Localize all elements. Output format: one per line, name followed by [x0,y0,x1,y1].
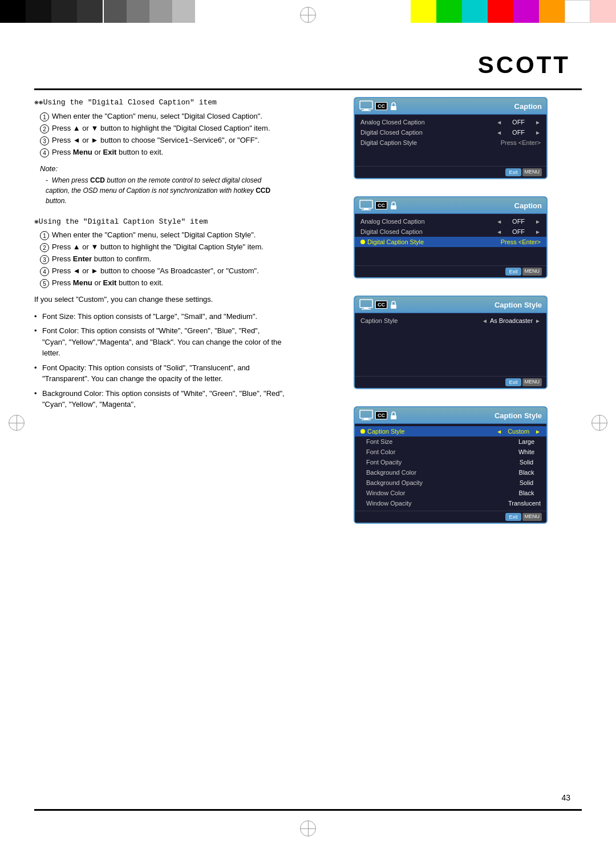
bullet-fontsize: Font Size: This option consists of "Larg… [34,311,285,322]
exit-button-3: Exit [505,378,521,386]
sub-window-opacity: Window Opacity Translucent [355,498,546,508]
row-style-1: Digital Caption Style Press <Enter> [355,138,546,148]
menu-label-1: MENU [522,168,542,176]
panel4-footer: Exit MENU [355,511,546,523]
step-num: 2 [40,243,49,252]
panel2-title: Caption [514,201,542,210]
svg-rect-1 [364,109,368,110]
bullet-fontopacity: Font Opacity: This option consists of "S… [34,362,285,385]
cc-badge-3: CC [375,301,387,309]
step2-5: 5 Press Menu or Exit button to exit. [40,278,285,288]
step-num: 4 [40,148,49,157]
panel2-footer: Exit MENU [355,265,546,277]
panel1-footer: Exit MENU [355,166,546,178]
sub-bg-color: Background Color Black [355,467,546,478]
ui-column: CC Caption Analog Closed Caption ◄ OFF ►… [337,97,582,533]
orange-swatch [539,0,565,23]
sub-font-opacity: Font Opacity Solid [355,457,546,467]
lock-icon-1 [390,102,398,110]
yellow-swatch [411,0,436,23]
note-body: - When press CCD button on the remote co… [46,175,285,206]
reg-mark-left [9,415,25,431]
bottom-rule [34,809,582,811]
step-num: 3 [40,136,49,145]
step2-3: 3 Press Enter button to confirm. [40,254,285,264]
tv-icon [359,100,373,112]
note-section: Note: - When press CCD button on the rem… [40,164,285,206]
svg-rect-10 [362,309,371,310]
panel3-footer: Exit MENU [355,376,546,388]
svg-rect-4 [360,200,372,208]
sub-font-color: Font Color White [355,447,546,457]
svg-rect-9 [364,308,368,309]
step-num: 1 [40,231,49,240]
svg-rect-12 [360,410,372,418]
menu-label-3: MENU [522,378,542,386]
svg-rect-8 [360,300,372,308]
section1-steps: 1 When enter the "Caption" menu, select … [40,112,285,157]
sub-font-size: Font Size Large [355,436,546,447]
row-digital-2: Digital Closed Caption ◄ OFF ► [355,227,546,237]
gray-sq-1 [104,0,127,23]
cc-badge-2: CC [375,201,387,209]
black-sq-4 [77,0,103,23]
svg-rect-0 [360,101,372,109]
caption-style-panel-1: CC Caption Style Caption Style ◄ As Broa… [354,296,548,389]
cc-badge-4: CC [375,411,387,419]
lock-icon-4 [390,411,398,419]
row-analog-2: Analog Closed Caption ◄ OFF ► [355,216,546,227]
row-style-2-highlighted: Digital Caption Style Press <Enter> [355,237,546,247]
reg-mark-right [591,415,607,431]
step2-1: 1 When enter the "Caption" menu, select … [40,231,285,240]
fleur1: ❋ [34,98,39,107]
panel2-body: Analog Closed Caption ◄ OFF ► Digital Cl… [355,214,546,265]
black-sq-1 [0,0,26,23]
black-sq-3 [51,0,77,23]
lock-icon-3 [390,301,398,309]
green-swatch [436,0,462,23]
black-sq-2 [26,0,51,23]
panel1-body: Analog Closed Caption ◄ OFF ► Digital Cl… [355,115,546,166]
row-caption-style-2: Caption Style ◄ Custom ► [355,426,546,436]
svg-rect-14 [362,419,371,421]
panel2-header: CC Caption [355,197,546,214]
step1-2: 2 Press ▲ or ▼ button to highlight the "… [40,124,285,134]
brand-logo: SCOTT [478,51,570,79]
svg-rect-11 [391,305,396,309]
gray-sq-2 [127,0,149,23]
svg-rect-15 [391,415,396,419]
menu-label-4: MENU [522,513,542,521]
cyan-swatch [462,0,488,23]
svg-rect-6 [362,209,371,211]
row-caption-style-1: Caption Style ◄ As Broadcaster ► [355,316,546,326]
svg-rect-2 [362,110,371,111]
panel1-title: Caption [514,102,542,111]
step1-4: 4 Press Menu or Exit button to exit. [40,148,285,157]
sub-bg-opacity: Background Opacity Solid [355,478,546,488]
step2-4: 4 Press ◄ or ► button to choose "As Broa… [40,266,285,276]
lock-icon-2 [390,201,398,209]
step1-3: 3 Press ◄ or ► button to choose "Service… [40,136,285,145]
exit-button-2: Exit [505,268,521,276]
menu-label-2: MENU [522,268,542,276]
white-swatch [565,0,590,23]
row-analog-1: Analog Closed Caption ◄ OFF ► [355,117,546,127]
panel4-title: Caption Style [495,411,542,420]
pink-swatch [590,0,616,23]
tv-icon-2 [359,200,373,211]
sub-window-color: Window Color Black [355,488,546,498]
reg-mark-bottom [300,820,316,836]
highlight-dot-2 [360,429,365,434]
section2-steps: 1 When enter the "Caption" menu, select … [40,231,285,288]
highlight-dot [360,240,365,244]
red-swatch [488,0,513,23]
caption-panel-2: CC Caption Analog Closed Caption ◄ OFF ►… [354,196,548,278]
step-num: 4 [40,267,49,276]
panel3-body: Caption Style ◄ As Broadcaster ► [355,313,546,376]
tv-icon-4 [359,410,373,421]
caption-panel-1: CC Caption Analog Closed Caption ◄ OFF ►… [354,97,548,179]
note-title: Note: [40,164,285,173]
if-select-text: If you select "Custom", you can change t… [34,294,285,305]
magenta-swatch [513,0,539,23]
panel3-title: Caption Style [495,301,542,309]
